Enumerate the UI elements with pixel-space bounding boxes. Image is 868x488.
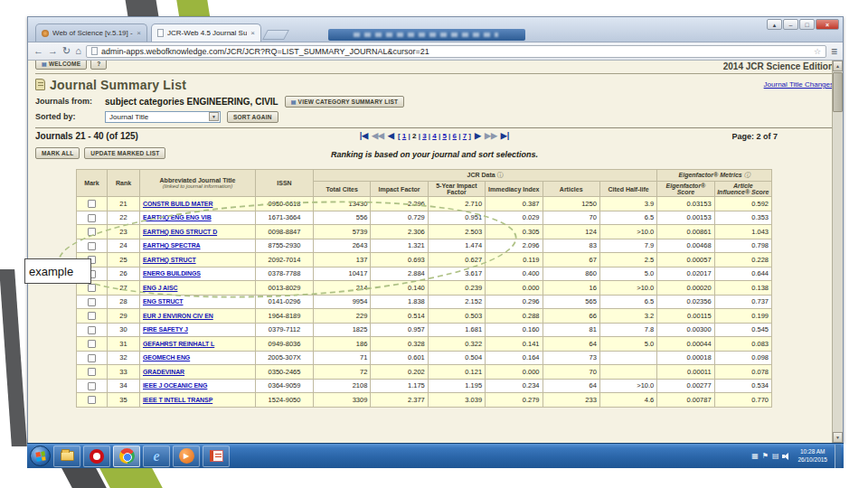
bookmark-star-icon[interactable]: ☆ bbox=[814, 47, 821, 56]
page-link-4[interactable]: 4 bbox=[432, 132, 436, 140]
chevron-down-icon: ▼ bbox=[209, 112, 219, 121]
network-icon[interactable]: ▤ bbox=[772, 452, 779, 460]
mark-all-button[interactable]: MARK ALL bbox=[35, 147, 80, 159]
taskbar-opera-button[interactable] bbox=[83, 446, 110, 467]
journal-link[interactable]: GRADEVINAR bbox=[143, 369, 184, 375]
journal-link[interactable]: CONSTR BUILD MATER bbox=[143, 201, 212, 207]
new-tab-button[interactable] bbox=[262, 30, 289, 40]
taskbar-clock[interactable]: 10:28 AM 26/10/2015 bbox=[794, 448, 831, 465]
taskbar-powerpoint-button[interactable] bbox=[203, 446, 230, 467]
start-button[interactable] bbox=[30, 446, 51, 466]
col-mark: Mark bbox=[77, 170, 108, 197]
category-icon: ▤ bbox=[291, 99, 297, 105]
taskbar-media-player-button[interactable]: ▶ bbox=[173, 446, 200, 467]
help-button[interactable]: ? bbox=[90, 61, 107, 70]
info-icon[interactable]: ⓘ bbox=[744, 172, 750, 178]
cell-eigenfactor-score: 0.00020 bbox=[657, 281, 714, 296]
row-checkbox[interactable] bbox=[88, 200, 96, 208]
row-checkbox[interactable] bbox=[88, 312, 96, 320]
forward-icon[interactable]: → bbox=[48, 46, 58, 56]
previous-page-button[interactable]: ◀ bbox=[388, 131, 394, 140]
view-category-summary-button[interactable]: ▤VIEW CATEGORY SUMMARY LIST bbox=[285, 96, 404, 108]
journal-link[interactable]: IEEE J OCEANIC ENG bbox=[143, 382, 207, 389]
table-cell bbox=[77, 379, 108, 393]
cell-articles: 83 bbox=[542, 239, 599, 253]
page-link-2[interactable]: 2 bbox=[412, 132, 416, 140]
page-link-3[interactable]: 3 bbox=[422, 132, 426, 140]
first-page-button[interactable]: |◀ bbox=[360, 131, 368, 140]
taskbar-explorer-button[interactable] bbox=[53, 446, 80, 467]
journal-link[interactable]: EUR J ENVIRON CIV EN bbox=[143, 313, 213, 319]
welcome-button[interactable]: ▤WELCOME bbox=[35, 61, 87, 70]
table-row: 30FIRE SAFETY J0379-711218250.9571.6810.… bbox=[77, 323, 772, 337]
sort-select-value: Journal Title bbox=[109, 113, 148, 121]
cell-article-influence-score: 1.043 bbox=[714, 225, 771, 239]
row-checkbox[interactable] bbox=[88, 396, 96, 404]
row-checkbox[interactable] bbox=[88, 214, 96, 222]
sort-again-button[interactable]: SORT AGAIN bbox=[227, 111, 278, 123]
tab-close-icon[interactable]: × bbox=[250, 29, 255, 37]
home-icon[interactable]: ⌂ bbox=[75, 46, 81, 56]
last-page-button[interactable]: ▶| bbox=[501, 131, 509, 140]
next-page-button[interactable]: ▶ bbox=[475, 131, 481, 140]
cell-five-year-impact: 0.121 bbox=[428, 365, 485, 380]
window-extra-button[interactable]: ▴ bbox=[767, 19, 782, 30]
back-10-button[interactable]: ◀◀ bbox=[372, 131, 384, 140]
table-row: 31GEFAHRST REINHALT L0949-80361860.3280.… bbox=[77, 337, 772, 352]
journal-title-changes-link[interactable]: Journal Title Changes bbox=[764, 80, 834, 89]
info-icon[interactable]: ⓘ bbox=[497, 172, 504, 178]
row-checkbox[interactable] bbox=[88, 382, 96, 390]
cell-rank: 33 bbox=[108, 365, 140, 380]
journal-link[interactable]: GEFAHRST REINHALT L bbox=[143, 341, 214, 347]
back-icon[interactable]: ← bbox=[33, 46, 43, 56]
taskbar-internet-explorer-button[interactable]: e bbox=[143, 446, 170, 467]
page-scrollbar[interactable]: ▲ ▼ bbox=[832, 61, 843, 443]
table-cell bbox=[77, 337, 108, 352]
tab-jcr-web[interactable]: JCR-Web 4.5 Journal Sum × bbox=[151, 23, 261, 42]
restore-button[interactable]: □ bbox=[799, 19, 815, 30]
journal-link[interactable]: IEEE T INTELL TRANSP bbox=[143, 397, 212, 403]
address-bar[interactable]: admin-apps.webofknowledge.com/JCR/JCR?RQ… bbox=[86, 45, 826, 58]
row-checkbox[interactable] bbox=[88, 326, 96, 334]
scroll-up-icon[interactable]: ▲ bbox=[833, 61, 843, 71]
close-button[interactable]: × bbox=[816, 19, 839, 30]
flag-icon[interactable]: ⚑ bbox=[762, 452, 769, 460]
show-desktop-button[interactable] bbox=[835, 445, 841, 468]
row-checkbox[interactable] bbox=[88, 354, 96, 362]
scroll-down-icon[interactable]: ▼ bbox=[833, 432, 843, 443]
scrollbar-thumb[interactable] bbox=[833, 72, 843, 112]
row-checkbox[interactable] bbox=[88, 368, 96, 376]
update-marked-list-button[interactable]: UPDATE MARKED LIST bbox=[84, 147, 165, 159]
tab-web-of-science[interactable]: Web of Science [v.5.19] - × bbox=[35, 23, 147, 42]
cell-immediacy-index: 0.160 bbox=[486, 323, 542, 337]
cell-article-influence-score: 0.592 bbox=[714, 197, 771, 211]
hidden-icons-grid-icon[interactable]: ▦ bbox=[751, 452, 759, 460]
page-link-5[interactable]: 5 bbox=[442, 132, 446, 140]
journal-link[interactable]: FIRE SAFETY J bbox=[143, 326, 188, 333]
taskbar-chrome-button[interactable] bbox=[113, 446, 140, 467]
row-checkbox[interactable] bbox=[88, 284, 96, 292]
forward-10-button[interactable]: ▶▶ bbox=[485, 131, 497, 140]
cell-articles: 1250 bbox=[542, 197, 599, 211]
col-articles: Articles bbox=[542, 182, 599, 197]
journal-link[interactable]: GEOMECH ENG bbox=[143, 354, 190, 361]
play-icon: ▶ bbox=[179, 448, 194, 464]
cell-five-year-impact: 0.504 bbox=[428, 351, 485, 365]
journal-link[interactable]: ENG STRUCT bbox=[143, 298, 184, 305]
table-cell: IEEE T INTELL TRANSP bbox=[140, 393, 256, 408]
cell-impact-factor: 0.328 bbox=[371, 337, 428, 352]
page-link-6[interactable]: 6 bbox=[453, 132, 457, 140]
row-checkbox[interactable] bbox=[88, 298, 96, 306]
tab-close-icon[interactable]: × bbox=[137, 29, 141, 37]
browser-menu-icon[interactable]: ≡ bbox=[831, 45, 837, 58]
page-link-1[interactable]: 1 bbox=[402, 132, 406, 140]
cell-articles: 81 bbox=[542, 323, 599, 337]
cell-cited-half-life: 3.2 bbox=[599, 309, 656, 324]
page-link-7[interactable]: 7 bbox=[463, 132, 467, 140]
row-checkbox[interactable] bbox=[88, 340, 96, 348]
cell-eigenfactor-score: 0.02017 bbox=[657, 267, 714, 281]
speaker-icon[interactable] bbox=[782, 452, 790, 460]
sort-select[interactable]: Journal Title ▼ bbox=[105, 111, 221, 123]
reload-icon[interactable]: ↻ bbox=[62, 46, 71, 56]
minimize-button[interactable]: – bbox=[783, 19, 798, 30]
